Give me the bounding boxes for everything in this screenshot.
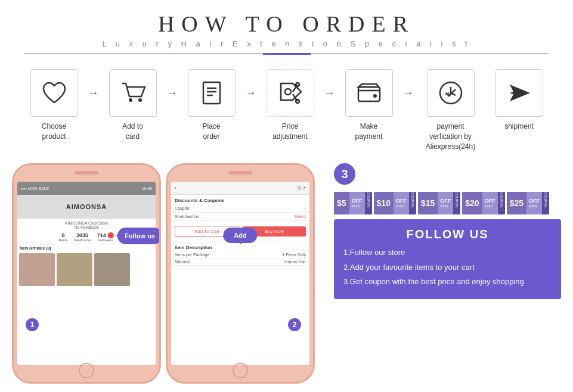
product-thumb-1 (19, 253, 55, 286)
stat-feedbacks-value: 3035 (73, 232, 91, 238)
page-title: HOW TO ORDER (0, 11, 573, 37)
follow-item-1: 1.Follow our store (343, 247, 552, 258)
coupon-3: $15 OFF $599 COUPON (418, 192, 460, 214)
coupon-4-min: $799 (485, 204, 495, 209)
divider-accent (263, 53, 311, 55)
screen1-status: W-68 (142, 186, 152, 191)
step-4-label: Priceadjustment (272, 122, 308, 142)
step-4-icon-box (267, 69, 314, 117)
step-6-label: paymentverfication byAliexpress(24h) (426, 122, 475, 151)
coupon-1: $5 OFF $199 COUPON (334, 192, 372, 214)
step-3-label: Placeorder (202, 122, 220, 142)
coupon-3-btn[interactable]: COUPON (453, 192, 460, 214)
screen2-back: ‹ (175, 186, 176, 190)
screen2-coupon-arrow: › (305, 206, 306, 210)
phone-2-mockup: ‹ ⊡ ↗ Discounts & Coupons Coupon › Stret… (166, 163, 315, 384)
step3-badge: 3 (334, 163, 355, 185)
step-6-icon-box: 24h (427, 69, 475, 117)
coupon-4-btn[interactable]: COUPON (498, 192, 505, 214)
coupon-2-btn[interactable]: COUPON (409, 192, 416, 214)
svg-point-6 (285, 89, 291, 95)
product-thumb-3 (94, 253, 130, 286)
arrow-1: → (87, 87, 100, 99)
stat-followers-value: 714 🔴 (97, 232, 114, 238)
screen1-logo: AIMOONSA (66, 203, 107, 210)
screen1-products (17, 252, 156, 287)
arrow-5: → (402, 87, 415, 99)
follow-item-2: 2.Add your favourite items to your cart (343, 262, 552, 273)
follow-panel-title: FOLLOW US (343, 228, 552, 241)
screen1-header: •••• LINE SALE W-68 (17, 182, 156, 195)
plane-icon (505, 79, 534, 107)
coupon-1-details: OFF $199 (349, 192, 365, 214)
step-3: Placeorder (179, 69, 244, 142)
store-name: AIMOONSA Club Store (18, 221, 154, 225)
phone-1-screen: •••• LINE SALE W-68 AIMOONSA AIMOONSA Cl… (17, 182, 156, 365)
coupon-5-btn[interactable]: COUPON (542, 192, 549, 214)
follow-item-3: 3.Get coupon with the best price and enj… (343, 276, 552, 287)
step-5-icon-box (345, 69, 393, 117)
divider-line-left (24, 54, 263, 54)
arrow-3: → (244, 87, 258, 99)
add-bubble: Add (223, 228, 257, 243)
bottom-section: •••• LINE SALE W-68 AIMOONSA AIMOONSA Cl… (0, 157, 573, 384)
coupon-5-amount: $25 (507, 192, 526, 214)
screen1-carrier: •••• LINE SALE (21, 186, 49, 191)
phone-1-speaker (75, 171, 98, 175)
product-thumb-2 (57, 253, 92, 286)
svg-point-12 (373, 94, 377, 98)
step-3-icon-box (188, 69, 236, 117)
page-subtitle: L u x u r y H a i r E x t e n s i o n S … (0, 39, 573, 48)
phone-2-home (233, 363, 248, 378)
coupon-4-details: OFF $799 (482, 192, 498, 214)
coupon-strip: $5 OFF $199 COUPON $10 OFF $399 COUPON $… (334, 192, 561, 214)
coupon-5-min: $999 (529, 204, 540, 209)
stat-feedbacks-label: Feedbacks (73, 238, 91, 242)
coupon-1-btn[interactable]: COUPON (365, 192, 372, 214)
desc-val-2: Human Hair (284, 260, 306, 264)
step-1: Chooseproduct (21, 69, 87, 142)
step-6: 24h paymentverfication byAliexpress(24h) (415, 69, 487, 151)
stat-items: 8 Items (59, 232, 68, 242)
coupon-4-amount: $20 (462, 192, 482, 214)
cart-icon (119, 79, 147, 107)
coupon-2-amount: $10 (374, 192, 394, 214)
document-icon (197, 79, 226, 107)
step-2: Add tocard (100, 69, 166, 142)
info-panel: 3 $5 OFF $199 COUPON $10 OFF $399 COUPON (334, 163, 561, 384)
coupon-4: $20 OFF $799 COUPON (462, 192, 504, 214)
svg-point-1 (138, 98, 142, 102)
coupon-5: $25 OFF $999 COUPON (507, 192, 549, 214)
screen2-header: ‹ ⊡ ↗ (171, 182, 309, 195)
stat-followers: 714 🔴 Followers (97, 232, 114, 242)
phone-1-home (79, 363, 94, 378)
divider-line-right (311, 54, 550, 54)
step-4: Priceadjustment (258, 69, 323, 142)
screen1-new-arrivals: New Arrivals (8) (17, 244, 156, 252)
desc-key-2: Material (175, 260, 190, 264)
screen2-stretched-label: Stretched Le... (175, 214, 202, 219)
arrow-2: → (166, 87, 179, 99)
step-2-label: Add tocard (122, 122, 143, 142)
desc-key-1: Items per Package (175, 253, 209, 257)
svg-point-0 (129, 98, 132, 102)
screen2-icons: ⊡ ↗ (298, 186, 306, 191)
step-2-icon-box (109, 69, 157, 117)
coupon-1-min: $199 (352, 204, 363, 209)
phone-1-mockup: •••• LINE SALE W-68 AIMOONSA AIMOONSA Cl… (12, 163, 161, 384)
step-5-label: Makepayment (355, 122, 382, 142)
price-tag-icon (276, 79, 305, 107)
screen2-select-link[interactable]: Select (295, 214, 306, 219)
follow-bubble: Follow us (117, 228, 161, 244)
step-7-label: shipment (504, 122, 534, 132)
step-7: shipment (487, 69, 552, 132)
coupon-2-min: $399 (396, 204, 407, 209)
step-7-icon-box (495, 69, 543, 117)
step-1-label: Chooseproduct (42, 122, 66, 142)
stat-items-label: Items (59, 238, 68, 242)
page-header: HOW TO ORDER L u x u r y H a i r E x t e… (0, 0, 573, 58)
screen2-coupon-row: Coupon › (171, 204, 309, 213)
phone-2-speaker (228, 171, 252, 175)
screen2-coupon-label: Coupon (175, 206, 190, 210)
step-1-icon-box (30, 69, 78, 117)
